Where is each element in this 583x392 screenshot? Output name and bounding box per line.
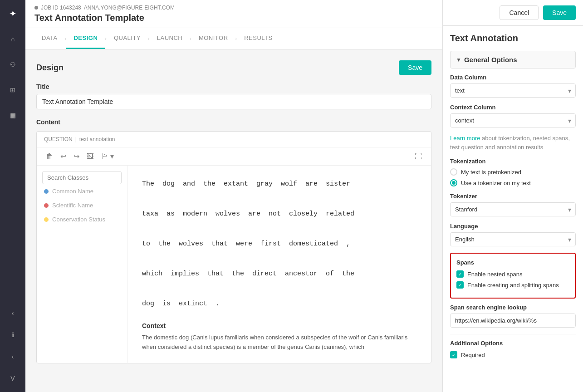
design-title: Design bbox=[36, 63, 64, 73]
annotation-text: The dog and the extant gray wolf are sis… bbox=[142, 176, 416, 311]
design-header: Design Save bbox=[36, 60, 431, 75]
class-label-conservation: Conservation Status bbox=[52, 216, 105, 223]
enable-nested-spans-checkbox[interactable]: ✓ bbox=[456, 270, 464, 278]
general-options-label: General Options bbox=[464, 56, 517, 64]
language-wrapper: English bbox=[450, 232, 576, 246]
classes-panel: Common Name Scientific Name Conservation… bbox=[37, 166, 127, 363]
context-section: Context The domestic dog (Canis lupus fa… bbox=[142, 322, 416, 352]
image-button[interactable]: 🖼 bbox=[85, 152, 96, 162]
title-label: Title bbox=[36, 83, 431, 90]
right-content: Text Annotation ▼ General Options Data C… bbox=[443, 26, 583, 373]
learn-more-text: Learn more about tokenization, nested sp… bbox=[450, 134, 576, 152]
undo-button[interactable]: ↩ bbox=[59, 151, 68, 162]
general-options-header[interactable]: ▼ General Options bbox=[450, 51, 576, 69]
delete-button[interactable]: 🗑 bbox=[44, 152, 55, 162]
top-bar: JOB ID 1643248 ANNA.YONG@FIGURE-EIGHT.CO… bbox=[25, 0, 442, 28]
right-title: Text Annotation bbox=[450, 33, 576, 44]
context-column-select[interactable]: context bbox=[450, 113, 576, 127]
enable-creating-splitting-checkbox[interactable]: ✓ bbox=[456, 281, 464, 289]
people-icon[interactable]: ⚇ bbox=[5, 57, 20, 72]
expand-button[interactable]: ⛶ bbox=[413, 152, 424, 162]
save-button-main[interactable]: Save bbox=[399, 60, 431, 75]
logo-icon[interactable]: ✦ bbox=[5, 6, 20, 21]
monitor-icon[interactable]: ⊞ bbox=[5, 83, 20, 97]
radio-tokenizer[interactable]: Use a tokenizer on my text bbox=[450, 179, 576, 186]
content-label: Content bbox=[36, 118, 431, 126]
language-group: Language English bbox=[450, 223, 576, 246]
home-icon[interactable]: ⌂ bbox=[5, 32, 20, 46]
tokenization-label: Tokenization bbox=[450, 158, 576, 165]
enable-nested-spans-item[interactable]: ✓ Enable nested spans bbox=[456, 270, 569, 278]
right-panel-header: Cancel Save bbox=[443, 0, 583, 26]
tab-quality[interactable]: QUALITY bbox=[107, 28, 148, 49]
widget-body: Common Name Scientific Name Conservation… bbox=[37, 166, 431, 363]
data-column-select[interactable]: text bbox=[450, 83, 576, 98]
right-panel: Cancel Save Text Annotation ▼ General Op… bbox=[442, 0, 583, 392]
radio-pretokenized-label: My text is pretokenized bbox=[461, 169, 521, 176]
job-dot bbox=[34, 6, 38, 10]
language-label: Language bbox=[450, 223, 576, 230]
context-column-wrapper: context bbox=[450, 113, 576, 127]
sidebar: ✦ ⌂ ⚇ ⊞ ▦ ‹ ℹ ‹ V bbox=[0, 0, 25, 392]
tokenizer-label: Tokenizer bbox=[450, 193, 576, 200]
additional-options-title: Additional Options bbox=[450, 340, 576, 347]
required-label: Required bbox=[461, 352, 485, 358]
tab-launch[interactable]: LAUNCH bbox=[150, 28, 190, 49]
class-item-scientific[interactable]: Scientific Name bbox=[42, 198, 122, 212]
class-dot-conservation bbox=[44, 217, 49, 222]
tab-monitor[interactable]: MONITOR bbox=[191, 28, 235, 49]
title-input[interactable] bbox=[36, 94, 431, 109]
class-dot-common bbox=[44, 189, 49, 194]
radio-tokenizer-circle bbox=[450, 179, 457, 186]
tab-design[interactable]: DESIGN bbox=[66, 28, 105, 49]
arrow-icon: ▼ bbox=[456, 57, 461, 63]
redo-button[interactable]: ↪ bbox=[72, 151, 81, 162]
class-label-scientific: Scientific Name bbox=[52, 202, 93, 209]
annotation-widget: QUESTION | text annotation 🗑 ↩ ↪ 🖼 🏳 ▾ ⛶ bbox=[36, 131, 431, 363]
radio-tokenizer-label: Use a tokenizer on my text bbox=[461, 180, 531, 186]
radio-pretokenized-circle bbox=[450, 168, 457, 176]
tab-results[interactable]: RESULTS bbox=[237, 28, 280, 49]
widget-type-label: text annotation bbox=[79, 136, 115, 142]
required-item[interactable]: ✓ Required bbox=[450, 351, 576, 358]
enable-creating-splitting-item[interactable]: ✓ Enable creating and splitting spans bbox=[456, 281, 569, 289]
data-column-wrapper: text bbox=[450, 83, 576, 98]
job-email: ANNA.YONG@FIGURE-EIGHT.COM bbox=[84, 5, 175, 11]
learn-more-link[interactable]: Learn more bbox=[450, 135, 480, 142]
search-classes-input[interactable] bbox=[42, 171, 122, 184]
span-search-label: Span search engine lookup bbox=[450, 304, 576, 311]
job-id: JOB ID 1643248 bbox=[41, 5, 81, 11]
spans-section: Spans ✓ Enable nested spans ✓ Enable cre… bbox=[450, 253, 576, 299]
spans-title: Spans bbox=[456, 259, 569, 266]
info-icon[interactable]: ℹ bbox=[5, 328, 20, 342]
language-select[interactable]: English bbox=[450, 232, 576, 246]
save-button-right[interactable]: Save bbox=[543, 5, 576, 20]
span-search-input[interactable] bbox=[450, 314, 576, 328]
tokenizer-group: Tokenizer Stanford bbox=[450, 193, 576, 216]
required-checkbox[interactable]: ✓ bbox=[450, 351, 457, 358]
flag-button[interactable]: 🏳 ▾ bbox=[99, 151, 116, 162]
tab-data[interactable]: DATA bbox=[34, 28, 65, 49]
context-column-label: Context Column bbox=[450, 104, 576, 111]
class-item-common[interactable]: Common Name bbox=[42, 184, 122, 198]
context-column-group: Context Column context bbox=[450, 104, 576, 127]
tokenizer-wrapper: Stanford bbox=[450, 202, 576, 216]
divider bbox=[450, 334, 576, 334]
data-column-label: Data Column bbox=[450, 74, 576, 81]
enable-creating-splitting-label: Enable creating and splitting spans bbox=[467, 282, 559, 289]
user-icon[interactable]: V bbox=[5, 371, 20, 386]
content-area: Design Save Title Content QUESTION | tex… bbox=[25, 49, 442, 392]
class-item-conservation[interactable]: Conservation Status bbox=[42, 212, 122, 226]
chart-icon[interactable]: ▦ bbox=[5, 108, 20, 122]
chevron-left-icon[interactable]: ‹ bbox=[5, 306, 20, 320]
context-title: Context bbox=[142, 322, 416, 329]
radio-pretokenized[interactable]: My text is pretokenized bbox=[450, 168, 576, 176]
tokenizer-select[interactable]: Stanford bbox=[450, 202, 576, 216]
chevron-left-bottom-icon[interactable]: ‹ bbox=[5, 349, 20, 364]
widget-toolbar: 🗑 ↩ ↪ 🖼 🏳 ▾ ⛶ bbox=[37, 147, 431, 166]
class-label-common: Common Name bbox=[52, 188, 93, 195]
cancel-button[interactable]: Cancel bbox=[500, 5, 539, 20]
general-options-section: ▼ General Options Data Column text Conte… bbox=[450, 51, 576, 358]
nav-tabs: DATA › DESIGN › QUALITY › LAUNCH › MONIT… bbox=[25, 28, 442, 49]
class-dot-scientific bbox=[44, 203, 49, 208]
